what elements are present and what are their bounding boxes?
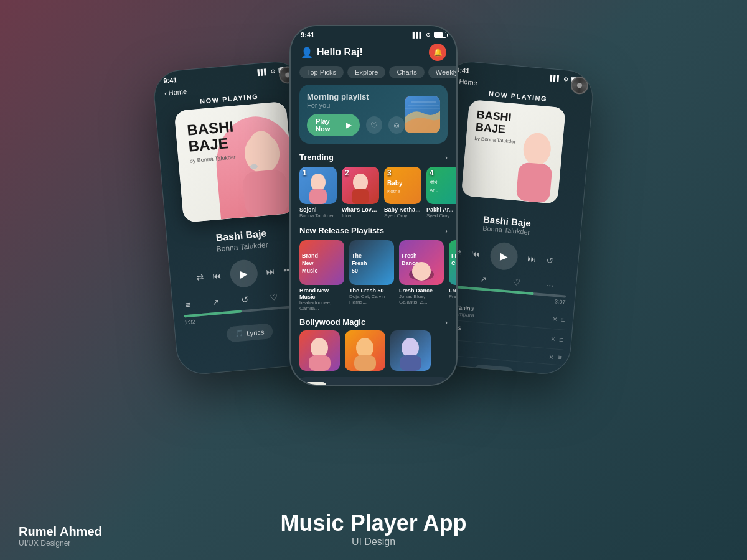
svg-text:50: 50: [352, 268, 358, 274]
next-btn-right[interactable]: ⏭: [527, 253, 537, 264]
heart-btn-left[interactable]: ♡: [270, 292, 278, 302]
new-release-row: Brand New Music Brand New Music beabadoo…: [291, 238, 456, 315]
center-phone: 9:41 ▌▌▌ ⊙ 👤 Hello Raj! 🔔 Top Picks Expl…: [289, 25, 458, 386]
back-button-left[interactable]: ‹ Home: [164, 88, 187, 97]
mini-info: Bashi Baje Bonna Talukder: [332, 385, 398, 386]
svg-rect-33: [354, 355, 376, 371]
trending-card-1[interactable]: 1 Sojoni Bonna Talukder: [299, 167, 337, 218]
mini-thumb: BASHI BAJE: [304, 382, 327, 386]
phones-container: 9:41 ▌▌▌ ⊙ ‹ Home NOW PLAYING BASHI B: [0, 25, 747, 386]
release-card-4[interactable]: Fresh Co... Fresh Co... Fresh Count...: [449, 240, 456, 311]
release-thumb-2: The Fresh 50: [349, 240, 394, 285]
play-btn-left[interactable]: ▶: [229, 259, 259, 289]
greeting-row: 👤 Hello Raj! 🔔: [291, 41, 456, 66]
status-bar-center: 9:41 ▌▌▌ ⊙: [291, 26, 456, 41]
queue-icon-left[interactable]: ≡: [185, 299, 191, 310]
mini-controls: ⋯ ▶: [403, 385, 443, 386]
trending-row: 1 Sojoni Bonna Talukder 2 Wha: [291, 164, 456, 223]
notification-button[interactable]: 🔔: [429, 44, 446, 61]
mini-more-btn[interactable]: ⋯: [403, 385, 420, 386]
queue-list-icon: ≡: [481, 368, 486, 375]
prev-btn-left[interactable]: ⏮: [212, 271, 222, 281]
svg-rect-35: [400, 355, 421, 371]
options-btn-right[interactable]: ⋯: [545, 280, 555, 291]
filter-charts[interactable]: Charts: [389, 66, 424, 78]
release-thumb-3: Fresh Dance: [399, 240, 444, 285]
trending-thumb-2: 2: [342, 167, 379, 204]
release-card-3[interactable]: Fresh Dance Fresh Dance Jonas Blue, Gala…: [399, 240, 444, 311]
svg-rect-1: [242, 169, 289, 217]
next-btn-left[interactable]: ⏭: [266, 266, 275, 276]
svg-rect-11: [309, 189, 327, 204]
play-now-button[interactable]: Play Now ▶: [307, 114, 360, 136]
release-card-1[interactable]: Brand New Music Brand New Music beabadoo…: [299, 240, 344, 311]
play-btn-right[interactable]: ▶: [489, 241, 519, 271]
queue-button-right[interactable]: ≡ Queue: [474, 364, 514, 376]
queue-menu-1[interactable]: ≡: [560, 315, 565, 325]
bollywood-card-1[interactable]: [299, 330, 340, 371]
mini-play-btn[interactable]: ▶: [425, 385, 443, 386]
bollywood-card-3[interactable]: [390, 330, 431, 371]
share-btn-right[interactable]: ↗: [479, 274, 487, 285]
svg-point-12: [353, 174, 368, 191]
svg-point-30: [311, 338, 328, 358]
trending-card-2[interactable]: 2 What's Love... Irina: [342, 167, 379, 218]
heart-btn-right[interactable]: ♡: [512, 277, 520, 287]
heart-btn-center[interactable]: ♡: [366, 116, 382, 134]
author-name: Rumel Ahmed: [19, 525, 102, 539]
share-btn-left[interactable]: ↗: [212, 297, 220, 307]
svg-point-34: [402, 338, 419, 358]
playlist-info: Morning playlist For you Play Now ▶ ♡ ☺: [307, 92, 405, 136]
album-art-right: BASHI BAJE by Bonna Talukder: [461, 100, 565, 204]
queue-menu-3[interactable]: ≡: [557, 353, 562, 362]
svg-text:পাখি: পাখি: [430, 179, 438, 185]
shuffle-btn-left[interactable]: ⇄: [196, 272, 204, 282]
app-title: Music Player App: [0, 510, 747, 536]
author-role: UI/UX Designer: [19, 539, 102, 548]
queue-remove-2[interactable]: ✕: [550, 335, 556, 343]
status-icons-center: ▌▌▌ ⊙: [413, 32, 446, 38]
queue-remove-3[interactable]: ✕: [548, 353, 554, 360]
play-triangle-icon: ▶: [346, 121, 351, 129]
svg-point-32: [356, 338, 374, 358]
greeting-text: Hello Raj!: [317, 47, 363, 58]
queue-menu-2[interactable]: ≡: [559, 335, 564, 345]
app-subtitle: UI Design: [0, 536, 747, 548]
trending-more[interactable]: ›: [445, 154, 448, 161]
trending-thumb-4: 4 পাখি Ar...: [426, 167, 456, 204]
bollywood-card-2[interactable]: [345, 330, 385, 371]
trending-thumb-3: 3 Baby Kotha: [384, 167, 421, 204]
queue-remove-1[interactable]: ✕: [552, 315, 558, 323]
svg-text:The: The: [352, 253, 362, 259]
svg-text:New: New: [302, 260, 314, 266]
repeat-btn-left[interactable]: ↺: [240, 294, 248, 305]
svg-text:Music: Music: [302, 268, 318, 274]
svg-text:Co...: Co...: [451, 260, 456, 266]
filter-row: Top Picks Explore Charts Weekly Chill: [291, 66, 456, 85]
trending-card-4[interactable]: 4 পাখি Ar... Pakhi Ar... Syed Omy: [426, 167, 456, 218]
time-right: 9:41: [456, 66, 470, 75]
new-release-section-title: New Release Playlists ›: [291, 223, 456, 238]
filter-weekly[interactable]: Weekly: [428, 66, 456, 78]
filter-top-picks[interactable]: Top Picks: [299, 66, 344, 78]
release-card-2[interactable]: The Fresh 50 The Fresh 50 Doja Cat, Calv…: [349, 240, 394, 311]
svg-rect-31: [309, 355, 331, 371]
prev-btn-right[interactable]: ⏮: [471, 248, 481, 259]
repeat-btn-right[interactable]: ↺: [546, 255, 554, 266]
bollywood-row: [291, 329, 456, 373]
svg-text:Fresh: Fresh: [451, 253, 456, 259]
emoji-btn-center[interactable]: ☺: [388, 116, 405, 134]
lyrics-button-left[interactable]: 🎵 Lyrics: [226, 323, 273, 342]
time-center: 9:41: [301, 31, 314, 39]
filter-explore[interactable]: Explore: [347, 66, 385, 78]
bollywood-more[interactable]: ›: [445, 319, 448, 326]
svg-text:Fresh: Fresh: [352, 260, 367, 266]
trending-thumb-1: 1: [299, 167, 337, 204]
mini-player: BASHI BAJE Bashi Baje Bonna Talukder ⋯ ▶: [297, 377, 450, 386]
svg-rect-40: [515, 162, 552, 203]
battery-center: [434, 32, 446, 38]
trending-card-3[interactable]: 3 Baby Kotha Baby Kotha Sui... Syed Omy: [384, 167, 421, 218]
new-release-more[interactable]: ›: [445, 227, 448, 235]
avatar-icon: 👤: [301, 47, 313, 58]
svg-rect-36: [304, 382, 327, 386]
